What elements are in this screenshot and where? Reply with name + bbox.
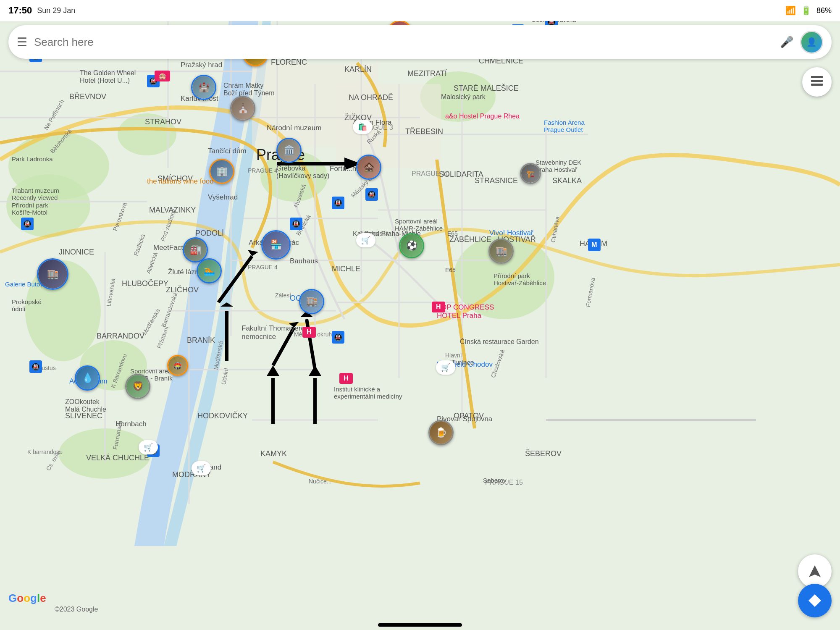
hotel-badge-h[interactable]: H [302,327,316,338]
navigate-button[interactable] [798,554,832,588]
battery-percent: 86% [816,6,832,15]
avatar[interactable]: 👤 [800,31,823,54]
photo-pin-ocdbk[interactable]: 🏬 [299,289,324,314]
photo-pin-arrow-target1[interactable]: 🏚️ [356,155,381,180]
photo-pin-hrad[interactable]: 🏰 [191,75,216,100]
transit-icon: 🚇 [290,218,302,230]
hotel-badge[interactable]: 🏨 [155,71,170,81]
photo-pin-meetfactory[interactable]: 🏭 [183,237,208,262]
layer-button[interactable] [802,67,832,97]
photo-pin-branik[interactable]: 🏟️ [167,355,188,376]
svg-rect-52 [811,84,823,86]
status-right: 📶 🔋 86% [785,5,832,16]
photo-pin-vivo[interactable]: 🏬 [488,239,514,264]
photo-pin-pivovar[interactable]: 🍺 [428,420,454,445]
map-container: 17:50 Sun 29 Jan 📶 🔋 86% ☰ 🎤 👤 HOLEŠOVIC… [0,0,840,630]
menu-icon[interactable]: ☰ [17,35,27,49]
photo-pin-lazne[interactable]: 🏊 [197,258,222,284]
status-date: Sun 29 Jan [37,6,75,15]
svg-rect-11 [336,84,441,168]
transit-icon: M [588,239,601,251]
photo-pin-dancing[interactable]: 🏢 [209,159,234,184]
shopping-badge-kaufland2[interactable]: 🛒 [192,461,211,475]
copyright-text: ©2023 Google [55,606,98,613]
shopping-badge-hornbach[interactable]: 🛒 [139,440,158,454]
shopping-badge-westfield[interactable]: 🛒 [436,360,455,375]
transit-icon: 🚇 [21,218,34,230]
hotel-badge-h3[interactable]: H [432,302,445,312]
photo-pin-muzeum[interactable]: 🏛️ [276,138,302,163]
search-bar[interactable]: ☰ 🎤 👤 [8,25,832,59]
wifi-icon: 📶 [785,5,796,16]
google-logo: Google [8,592,46,605]
photo-pin-chram[interactable]: ⛪ [230,96,255,121]
hotel-badge-h2[interactable]: H [339,373,353,384]
photo-pin-sport[interactable]: ⚽ [399,233,424,258]
transit-icon: 🚇 [332,197,344,209]
shopping-badge[interactable]: 🛍️ [353,120,372,134]
transit-icon: 🚇 [29,360,42,373]
transit-icon: 🚇 [332,331,344,344]
photo-pin-galerie[interactable]: 🏬 [37,258,68,290]
diamond-button[interactable] [798,584,832,617]
transit-icon: 🚇 [365,188,378,201]
status-bar: 17:50 Sun 29 Jan 📶 🔋 86% [0,0,840,21]
svg-point-2 [6,174,90,237]
scroll-indicator [378,623,462,627]
status-time: 17:50 [8,5,32,16]
search-input[interactable] [34,36,773,49]
svg-marker-53 [809,565,821,577]
photo-pin-aquadream[interactable]: 💧 [75,365,100,391]
shopping-badge-kaufland[interactable]: 🛒 [356,233,375,247]
battery-icon: 🔋 [801,5,811,16]
photo-pin-arrow-target2[interactable]: 🏪 [261,230,291,260]
photo-pin-zoo[interactable]: 🦁 [125,374,150,399]
svg-rect-51 [811,80,823,82]
photo-pin-dek[interactable]: 🏗️ [520,163,541,184]
svg-rect-50 [811,76,823,78]
mic-icon[interactable]: 🎤 [780,36,793,49]
